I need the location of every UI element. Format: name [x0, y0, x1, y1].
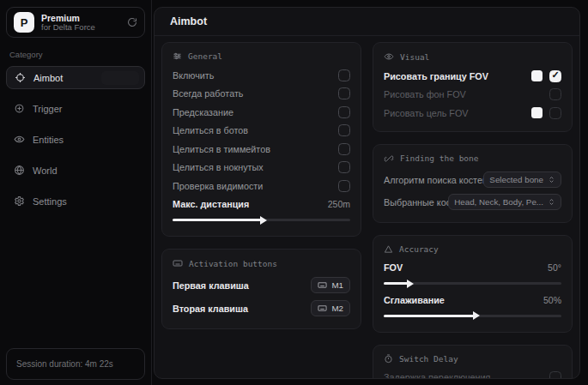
panel-general: General Включить Всегда работать Предска…	[161, 42, 361, 237]
slider-thumb[interactable]	[473, 311, 480, 320]
main-panel: Aimbot General Включить	[154, 7, 580, 379]
bone-algorithm-select[interactable]: Selected bone	[483, 171, 561, 188]
sidebar-item-entities[interactable]: Entities	[6, 129, 145, 150]
setting-row: Целиться в нокнутых	[173, 159, 350, 177]
crosshair-icon	[15, 72, 26, 83]
slider-value: 50%	[543, 295, 561, 305]
keybind-ghost-badge	[101, 71, 139, 85]
setting-row: Первая клавиша M1	[173, 274, 350, 297]
eye-icon	[384, 51, 394, 62]
checkbox[interactable]	[338, 124, 350, 136]
setting-row-fov: FOV 50°	[384, 259, 561, 278]
sync-icon[interactable]	[127, 17, 137, 27]
brand-title: Premium	[41, 13, 120, 23]
keyboard-icon	[318, 304, 327, 313]
sidebar-item-label: Trigger	[33, 104, 62, 114]
checkbox[interactable]	[338, 106, 350, 118]
setting-row: Предсказание	[173, 103, 350, 122]
setting-row: Включить	[173, 66, 350, 85]
page-title: Aimbot	[155, 8, 579, 36]
bone-icon	[384, 153, 394, 164]
keybind-button[interactable]: M1	[311, 277, 350, 293]
stopwatch-icon	[384, 354, 393, 364]
setting-row: Рисовать цель FOV	[384, 104, 561, 123]
panel-title: Switch Delay	[399, 354, 458, 364]
color-swatch[interactable]	[531, 107, 543, 118]
triangle-icon	[384, 244, 393, 254]
checkbox[interactable]	[549, 88, 561, 100]
checkbox[interactable]	[338, 69, 350, 81]
checkbox[interactable]	[549, 107, 561, 119]
panel-activation-buttons: Activation buttons Первая клавиша M1	[161, 249, 361, 329]
session-duration: Session duration: 4m 22s	[6, 348, 145, 380]
brand-logo: P	[14, 12, 34, 33]
slider-value: 250m	[328, 199, 350, 209]
panel-title: Visual	[400, 52, 429, 62]
sidebar-item-label: Aimbot	[33, 73, 63, 83]
sidebar-item-trigger[interactable]: Trigger	[6, 98, 145, 119]
entities-icon	[14, 134, 25, 145]
checkbox[interactable]	[338, 143, 350, 155]
setting-row-max-distance: Макс. дистанция 250m	[173, 196, 350, 214]
sidebar-item-settings[interactable]: Settings	[6, 190, 145, 212]
sidebar-item-world[interactable]: World	[6, 159, 145, 181]
setting-row: Рисовать фон FOV	[384, 86, 561, 105]
trigger-icon	[14, 103, 25, 114]
slider-thumb[interactable]	[260, 216, 267, 225]
sidebar-item-aimbot[interactable]: Aimbot	[6, 66, 145, 89]
checkbox[interactable]	[549, 371, 561, 378]
keybind-button[interactable]: M2	[311, 300, 350, 316]
panel-visual: Visual Рисовать границу FOV Рисовать фон…	[373, 42, 573, 132]
setting-row: Проверка видимости	[173, 177, 350, 196]
setting-row: Целиться в тиммейтов	[173, 140, 350, 159]
tune-icon	[173, 51, 182, 61]
setting-row: Вторая клавиша M2	[173, 297, 350, 320]
panel-switch-delay: Switch Delay Задержка переключения Задер…	[373, 345, 573, 379]
panel-accuracy: Accuracy FOV 50° Сглаживание 50%	[373, 235, 573, 333]
setting-row: Выбранные кости Head, Neck, Body, Pe...	[384, 191, 561, 214]
globe-icon	[14, 165, 25, 176]
sidebar-item-label: World	[33, 165, 58, 176]
panel-title: Accuracy	[399, 244, 439, 254]
panel-title: General	[188, 51, 222, 61]
setting-row-smoothing: Сглаживание 50%	[384, 291, 561, 310]
keyboard-icon	[318, 280, 327, 290]
unfold-icon	[548, 176, 555, 183]
fov-slider[interactable]	[384, 282, 561, 285]
slider-thumb[interactable]	[407, 280, 414, 288]
panel-title: Activation buttons	[189, 259, 277, 268]
max-distance-slider[interactable]	[173, 219, 350, 221]
checkbox[interactable]	[338, 161, 350, 173]
panel-finding-the-bone: Finding the bone Алгоритм поиска костей …	[373, 144, 573, 223]
selected-bones-select[interactable]: Head, Neck, Body, Pe...	[448, 194, 561, 210]
setting-row: Всегда работать	[173, 85, 350, 104]
unfold-icon	[548, 198, 555, 206]
setting-row: Задержка переключения	[384, 369, 561, 379]
keyboard-icon	[173, 258, 183, 268]
slider-value: 50°	[548, 262, 561, 273]
brand-card: P Premium for Delta Force	[6, 7, 145, 38]
panel-title: Finding the bone	[400, 153, 479, 163]
smoothing-slider[interactable]	[384, 315, 561, 317]
checkbox[interactable]	[338, 87, 350, 99]
setting-row: Рисовать границу FOV	[384, 67, 561, 86]
category-label: Category	[9, 50, 142, 59]
sidebar: P Premium for Delta Force Category Aimbo…	[0, 0, 152, 385]
checkbox[interactable]	[338, 180, 350, 192]
setting-row: Целиться в ботов	[173, 122, 350, 141]
checkbox[interactable]	[549, 70, 561, 82]
main-area: Aimbot General Включить	[152, 0, 588, 385]
brand-subtitle: for Delta Force	[41, 23, 120, 33]
setting-row: Алгоритм поиска костей Selected bone	[384, 169, 561, 191]
sidebar-item-label: Entities	[33, 135, 64, 145]
gear-icon	[14, 196, 25, 207]
sidebar-item-label: Settings	[33, 196, 67, 207]
color-swatch[interactable]	[531, 70, 543, 81]
